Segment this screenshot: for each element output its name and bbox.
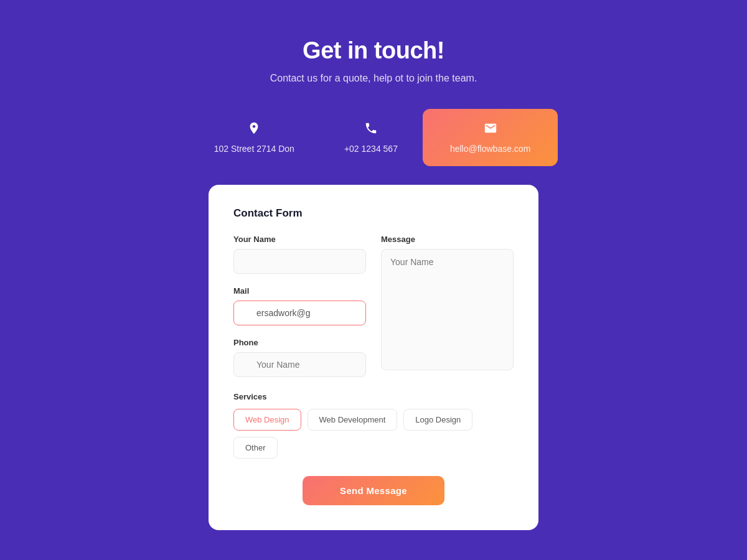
form-layout: Your Name Message Mail bbox=[233, 235, 514, 505]
contact-form-card: Contact Form Your Name Message Mail bbox=[209, 185, 538, 530]
services-label: Services bbox=[233, 392, 514, 401]
service-web-development[interactable]: Web Development bbox=[308, 409, 398, 431]
message-textarea[interactable] bbox=[381, 249, 514, 370]
email-icon bbox=[484, 121, 497, 139]
form-title: Contact Form bbox=[233, 207, 514, 220]
phone-text: +02 1234 567 bbox=[344, 144, 398, 154]
mail-group: Mail bbox=[233, 286, 366, 325]
service-other[interactable]: Other bbox=[233, 437, 278, 459]
services-buttons: Web Design Web Development Logo Design O… bbox=[233, 409, 514, 459]
mail-input[interactable] bbox=[233, 301, 366, 325]
page-subtitle: Contact us for a quote, help ot to join … bbox=[270, 73, 477, 84]
message-group: Message bbox=[381, 235, 514, 377]
phone-info: +02 1234 567 bbox=[319, 109, 423, 166]
message-label: Message bbox=[381, 235, 514, 244]
name-input[interactable] bbox=[233, 249, 366, 274]
submit-wrapper: Send Message bbox=[233, 476, 514, 505]
phone-icon bbox=[364, 121, 378, 139]
contact-info-row: 102 Street 2714 Don +02 1234 567 hello@f… bbox=[189, 109, 558, 166]
mail-input-wrapper bbox=[233, 301, 366, 325]
submit-button[interactable]: Send Message bbox=[303, 476, 444, 505]
phone-label: Phone bbox=[233, 338, 366, 347]
name-group: Your Name bbox=[233, 235, 366, 274]
phone-input-wrapper bbox=[233, 352, 366, 377]
email-text: hello@flowbase.com bbox=[450, 144, 530, 154]
address-info: 102 Street 2714 Don bbox=[189, 109, 319, 166]
name-input-wrapper bbox=[233, 249, 366, 274]
phone-group: Phone bbox=[233, 338, 366, 377]
service-web-design[interactable]: Web Design bbox=[233, 409, 301, 431]
phone-input[interactable] bbox=[233, 352, 366, 377]
page-title: Get in touch! bbox=[303, 37, 444, 64]
email-info[interactable]: hello@flowbase.com bbox=[423, 109, 558, 166]
service-logo-design[interactable]: Logo Design bbox=[403, 409, 472, 431]
address-text: 102 Street 2714 Don bbox=[214, 144, 294, 154]
mail-label: Mail bbox=[233, 286, 366, 296]
name-label: Your Name bbox=[233, 235, 366, 244]
location-icon bbox=[247, 121, 261, 139]
services-section: Services Web Design Web Development Logo… bbox=[233, 392, 514, 459]
